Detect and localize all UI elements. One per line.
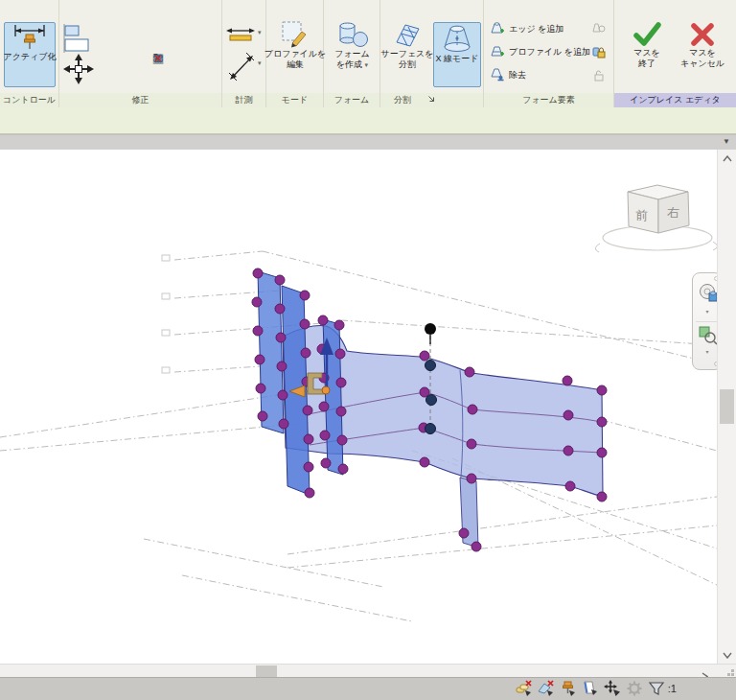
control-point[interactable] xyxy=(319,402,329,411)
control-point[interactable] xyxy=(255,355,264,364)
remove-element-button[interactable]: 除去 xyxy=(490,67,526,82)
divide-surface-label2: 分割 xyxy=(399,59,416,70)
control-point[interactable] xyxy=(467,474,476,483)
xray-mode-button[interactable]: X 線モード xyxy=(433,22,481,87)
profile-point[interactable] xyxy=(426,395,437,406)
control-point[interactable] xyxy=(300,291,310,300)
control-point[interactable] xyxy=(336,378,346,387)
control-point[interactable] xyxy=(300,319,310,329)
add-edge-button[interactable]: エッジ を追加 xyxy=(490,21,564,36)
control-point[interactable] xyxy=(253,268,263,278)
add-profile-button[interactable]: プロファイル を追加 xyxy=(490,44,590,59)
control-point[interactable] xyxy=(321,458,331,468)
horizontal-scrollbar[interactable] xyxy=(0,664,736,677)
vertical-scroll-thumb[interactable] xyxy=(720,389,734,424)
control-point[interactable] xyxy=(565,481,575,491)
align-button[interactable] xyxy=(61,23,94,58)
drawing-area[interactable]: 前 右 ▾ ▾ xyxy=(0,150,736,664)
activate-dimensions-button[interactable]: アクティブ化 xyxy=(4,22,56,87)
control-point[interactable] xyxy=(337,435,347,445)
panel-label-divide[interactable]: 分割 xyxy=(380,93,483,107)
select-underlay-toggle[interactable] xyxy=(538,680,555,697)
control-point[interactable] xyxy=(256,384,265,393)
create-form-button[interactable]: フォーム を作成 ▾ xyxy=(327,19,378,88)
panel-label-mode[interactable]: モード xyxy=(266,93,323,107)
profile-point[interactable] xyxy=(426,424,436,434)
gizmo-origin[interactable] xyxy=(322,386,330,394)
dissolve-button[interactable] xyxy=(591,21,607,40)
control-point[interactable] xyxy=(258,411,267,421)
dialog-launcher-icon[interactable] xyxy=(427,95,436,104)
scroll-down-arrow[interactable] xyxy=(718,648,736,662)
control-point[interactable] xyxy=(275,304,285,314)
control-point[interactable] xyxy=(597,492,607,502)
control-point[interactable] xyxy=(459,528,469,538)
select-by-face-toggle[interactable] xyxy=(582,680,599,697)
control-point[interactable] xyxy=(277,362,287,371)
panel-label-modify[interactable]: 修正 xyxy=(59,93,221,107)
control-point[interactable] xyxy=(320,431,330,440)
zoom-button[interactable] xyxy=(699,326,718,349)
control-point[interactable] xyxy=(597,417,607,427)
edit-profile-button[interactable]: プロファイルを 編集 xyxy=(269,19,321,88)
horizontal-scroll-thumb[interactable] xyxy=(256,665,277,677)
control-point[interactable] xyxy=(279,419,288,429)
control-point[interactable] xyxy=(276,333,286,342)
select-links-toggle[interactable] xyxy=(516,680,533,697)
control-point[interactable] xyxy=(420,457,429,467)
reference-point-node[interactable] xyxy=(425,323,436,335)
lock-profiles-button[interactable] xyxy=(591,44,607,63)
steering-wheel-button[interactable] xyxy=(698,283,719,308)
control-point[interactable] xyxy=(338,464,348,474)
measure-angular-button[interactable] xyxy=(228,52,255,86)
control-point[interactable] xyxy=(564,446,573,455)
control-point[interactable] xyxy=(465,367,474,377)
dropdown-arrow-icon[interactable]: ▾ xyxy=(258,59,262,67)
select-pinned-toggle[interactable] xyxy=(560,680,577,697)
panel-label-measure[interactable]: 計測 xyxy=(222,93,265,107)
finish-mass-button[interactable]: マスを 終了 xyxy=(622,20,672,87)
dropdown-arrow-icon[interactable]: ▾ xyxy=(258,29,262,36)
control-point[interactable] xyxy=(304,462,313,472)
control-point[interactable] xyxy=(305,488,314,498)
divide-surface-button[interactable]: サーフェスを 分割 xyxy=(384,19,430,88)
control-point[interactable] xyxy=(303,406,312,415)
control-point[interactable] xyxy=(301,348,310,358)
control-point[interactable] xyxy=(420,351,429,361)
drag-on-selection-toggle[interactable] xyxy=(604,680,621,697)
control-point[interactable] xyxy=(318,315,328,325)
panel-label-control[interactable]: コントロール xyxy=(0,93,58,107)
control-point[interactable] xyxy=(564,410,573,420)
control-point[interactable] xyxy=(597,385,607,395)
panel-label-form[interactable]: フォーム xyxy=(324,93,380,107)
control-point[interactable] xyxy=(304,434,313,444)
selection-filter-button[interactable] xyxy=(648,680,665,697)
control-point[interactable] xyxy=(275,275,285,285)
control-point[interactable] xyxy=(278,390,288,400)
control-point[interactable] xyxy=(467,439,476,449)
control-point[interactable] xyxy=(252,297,262,307)
profile-point[interactable] xyxy=(426,361,436,371)
control-point[interactable] xyxy=(563,376,572,385)
cancel-mass-button[interactable]: マスを キャンセル xyxy=(676,20,729,87)
scroll-up-arrow[interactable] xyxy=(718,152,736,165)
unlock-profiles-button[interactable] xyxy=(591,67,607,86)
control-point[interactable] xyxy=(472,542,481,551)
panel-label-form-elements[interactable]: フォーム要素 xyxy=(484,93,613,107)
settings-gear-icon[interactable] xyxy=(626,680,643,697)
3d-canvas[interactable]: 前 右 xyxy=(0,150,717,664)
control-point[interactable] xyxy=(336,407,346,416)
measure-linear-button[interactable] xyxy=(225,25,256,48)
control-point[interactable] xyxy=(335,349,345,359)
control-point[interactable] xyxy=(253,326,263,336)
resize-grip[interactable] xyxy=(722,666,735,677)
move-button[interactable] xyxy=(63,54,94,88)
profile-fin-a[interactable] xyxy=(258,271,284,433)
vertical-scrollbar[interactable] xyxy=(717,150,736,664)
control-point[interactable] xyxy=(334,320,344,330)
delete-button[interactable]: × xyxy=(147,52,170,64)
viewcube[interactable]: 前 右 xyxy=(595,185,717,252)
collapse-arrow-icon[interactable]: ▼ xyxy=(723,137,730,146)
control-point[interactable] xyxy=(468,405,477,414)
control-point[interactable] xyxy=(597,448,607,457)
